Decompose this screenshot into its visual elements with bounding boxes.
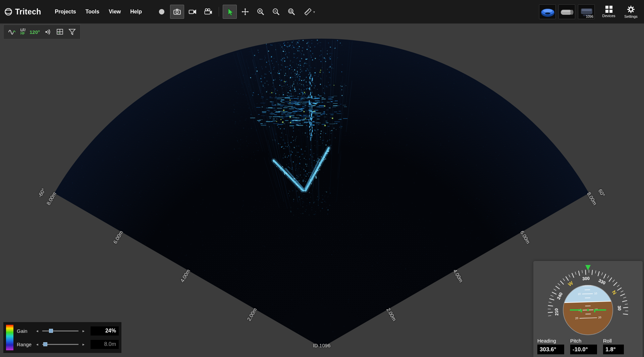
menu-projects[interactable]: Projects	[51, 5, 80, 18]
zoom-reset-icon	[287, 7, 296, 16]
filter-funnel-icon[interactable]	[68, 28, 76, 36]
range-value[interactable]: 8.0m	[91, 340, 119, 349]
waveform-icon[interactable]	[8, 28, 16, 36]
menu-help[interactable]: Help	[126, 5, 146, 18]
acoustic-ping-icon[interactable]	[44, 28, 52, 36]
range-slider-track[interactable]	[42, 344, 78, 345]
app-window: Tritech Projects Tools View Help	[0, 0, 644, 357]
heading-readout: Heading 303.6°	[537, 338, 564, 354]
gain-increase-button[interactable]: ►	[82, 329, 86, 333]
video-record-button[interactable]	[185, 5, 200, 19]
record-icon	[157, 7, 166, 16]
snapshot-button[interactable]	[170, 5, 184, 19]
frequency-toggle[interactable]: LF/ HF	[20, 29, 25, 35]
cylinder-device-icon	[559, 5, 575, 19]
range-label: Range	[17, 342, 32, 347]
gain-decrease-button[interactable]: ◄	[35, 329, 39, 333]
devices-grid-icon	[605, 6, 612, 13]
sonar-toolbar: LF/ HF 120° T	[3, 25, 80, 39]
grid-overlay-icon[interactable]: T	[56, 28, 64, 36]
roll-value: 1.8°	[603, 345, 624, 354]
frequency-hf-label: HF	[20, 32, 25, 35]
device-thumb-2[interactable]	[558, 4, 575, 19]
brand-logo: Tritech	[4, 7, 41, 16]
move-icon	[241, 7, 250, 16]
tritech-logo-icon	[4, 7, 13, 16]
roll-label: Roll	[603, 338, 624, 344]
attitude-panel: Heading 303.6° Pitch -10.0° Roll 1.8°	[533, 261, 643, 357]
menu-tools[interactable]: Tools	[81, 5, 104, 18]
zoom-out-icon	[272, 7, 280, 16]
menu-view[interactable]: View	[104, 5, 125, 18]
pan-tool-button[interactable]	[238, 5, 252, 19]
device-thumb-1[interactable]	[539, 4, 556, 19]
record-button[interactable]	[155, 5, 169, 19]
cursor-arrow-icon	[225, 7, 234, 16]
palette-colorbar[interactable]	[6, 325, 13, 350]
device-id-badge: 1096	[586, 15, 593, 18]
brand-name: Tritech	[15, 7, 41, 16]
range-slider-handle[interactable]	[43, 342, 47, 346]
cine-camera-icon	[204, 7, 212, 16]
devices-button[interactable]: Devices	[600, 3, 618, 21]
attitude-dial	[533, 261, 643, 340]
playback-button[interactable]	[201, 5, 215, 19]
range-slider[interactable]	[42, 342, 78, 347]
roll-readout: Roll 1.8°	[603, 338, 624, 354]
sonar-viewport: 2.00m2.00m4.00m4.00m6.00m6.00m8.00m8.00m…	[0, 24, 644, 357]
gain-slider-handle[interactable]	[49, 329, 53, 333]
ruler-icon	[304, 7, 312, 16]
grid-badge: T	[58, 32, 60, 34]
toolbar-divider	[219, 7, 219, 16]
pitch-readout: Pitch -10.0°	[570, 338, 597, 354]
select-tool-button[interactable]	[223, 5, 237, 19]
settings-button-label: Settings	[624, 14, 638, 18]
zoom-reset-button[interactable]	[284, 5, 299, 19]
range-increase-button[interactable]: ►	[82, 343, 86, 346]
gain-row: Gain ◄ ► 24%	[17, 325, 119, 336]
zoom-in-icon	[256, 7, 265, 16]
gain-range-panel: Gain ◄ ► 24% Range ◄ ►	[3, 322, 121, 353]
measure-dropdown-caret-icon[interactable]: ▾	[313, 10, 315, 14]
gain-slider-track[interactable]	[42, 330, 78, 331]
aperture-label[interactable]: 120°	[30, 29, 40, 35]
menu-bar: Tritech Projects Tools View Help	[0, 0, 644, 24]
range-row: Range ◄ ► 8.0m	[17, 339, 119, 350]
gain-label: Gain	[17, 328, 32, 334]
sonar-device-blue-icon	[539, 5, 556, 19]
gain-slider[interactable]	[42, 328, 78, 333]
gear-icon	[627, 5, 635, 13]
settings-button[interactable]: Settings	[622, 3, 640, 21]
camera-icon	[173, 7, 181, 16]
heading-label: Heading	[537, 338, 564, 344]
pitch-label: Pitch	[570, 338, 597, 344]
device-thumb-1096[interactable]: 1096	[578, 4, 595, 19]
gain-value[interactable]: 24%	[91, 326, 119, 336]
pitch-value: -10.0°	[570, 345, 597, 354]
devices-button-label: Devices	[602, 14, 615, 18]
camcorder-icon	[188, 7, 197, 16]
range-decrease-button[interactable]: ◄	[35, 343, 39, 346]
zoom-in-button[interactable]	[254, 5, 268, 19]
zoom-out-button[interactable]	[269, 5, 283, 19]
heading-value: 303.6°	[537, 345, 564, 354]
measure-tool-button[interactable]: ▾	[300, 5, 319, 19]
